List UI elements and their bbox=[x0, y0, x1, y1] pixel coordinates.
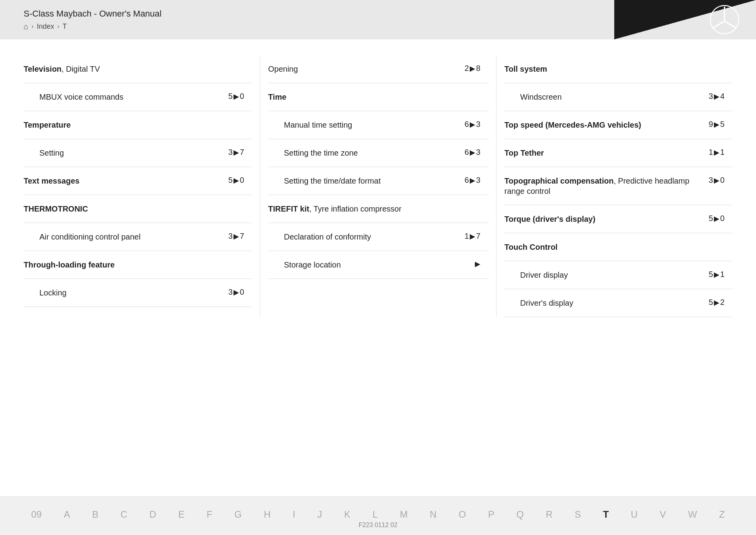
entry-locking[interactable]: Locking 3▶0 bbox=[24, 279, 252, 307]
entry-thermotronic: THERMOTRONIC bbox=[24, 195, 252, 223]
alpha-C[interactable]: C bbox=[109, 509, 138, 520]
entry-temperature: Temperature bbox=[24, 111, 252, 139]
entry-driver-display-page: 5▶1 bbox=[709, 270, 724, 279]
entry-air-conditioning-label: Air conditioning control panel bbox=[39, 232, 228, 242]
entry-top-speed-label: Top speed (Mercedes-AMG vehicles) bbox=[504, 120, 709, 130]
entry-windscreen-label: Windscreen bbox=[520, 92, 709, 102]
entry-windscreen[interactable]: Windscreen 3▶4 bbox=[504, 83, 732, 111]
alpha-P[interactable]: P bbox=[477, 509, 505, 520]
header: S-Class Maybach - Owner's Manual ⌂ › Ind… bbox=[0, 0, 756, 39]
alpha-I[interactable]: I bbox=[282, 509, 306, 520]
entry-time-date-format-page: 6▶3 bbox=[465, 176, 480, 185]
main-content: Television, Digital TV MBUX voice comman… bbox=[0, 39, 756, 496]
entry-driver-display[interactable]: Driver display 5▶1 bbox=[504, 261, 732, 289]
entry-manual-time[interactable]: Manual time setting 6▶3 bbox=[268, 111, 488, 139]
entry-through-loading: Through-loading feature bbox=[24, 251, 252, 279]
entry-temperature-label: Temperature bbox=[24, 120, 244, 130]
entry-through-loading-label: Through-loading feature bbox=[24, 260, 244, 270]
alpha-Q[interactable]: Q bbox=[505, 509, 535, 520]
alpha-U[interactable]: U bbox=[620, 509, 649, 520]
entry-toll-system: Toll system bbox=[504, 55, 732, 83]
entry-mbux-label: MBUX voice commands bbox=[39, 92, 228, 102]
entry-setting-label: Setting bbox=[39, 148, 228, 158]
alpha-K[interactable]: K bbox=[333, 509, 361, 520]
entry-torque-page: 5▶0 bbox=[709, 214, 724, 223]
entry-time: Time bbox=[268, 83, 488, 111]
entry-television-label: Television, Digital TV bbox=[24, 64, 244, 74]
entry-storage[interactable]: Storage location ▶ bbox=[268, 251, 488, 279]
entry-storage-label: Storage location bbox=[284, 260, 475, 270]
entry-time-date-format-label: Setting the time/date format bbox=[284, 176, 465, 186]
alpha-T[interactable]: T bbox=[592, 509, 620, 520]
breadcrumb-index[interactable]: Index bbox=[37, 22, 54, 31]
alpha-E[interactable]: E bbox=[167, 509, 196, 520]
entry-topographical-page: 3▶0 bbox=[709, 176, 724, 185]
entry-text-messages-page: 5▶0 bbox=[228, 176, 244, 185]
entry-top-tether-label: Top Tether bbox=[504, 148, 709, 158]
entry-opening[interactable]: Opening 2▶8 bbox=[268, 55, 488, 83]
breadcrumb-sep1: › bbox=[32, 23, 33, 30]
alpha-M[interactable]: M bbox=[389, 509, 419, 520]
alpha-V[interactable]: V bbox=[649, 509, 677, 520]
entry-air-conditioning-page: 3▶7 bbox=[228, 232, 244, 241]
column-3: Toll system Windscreen 3▶4 Top speed (Me… bbox=[496, 55, 732, 317]
footer-code: F223 0112 02 bbox=[359, 522, 398, 529]
alpha-D[interactable]: D bbox=[138, 509, 167, 520]
entry-tirefit: TIREFIT kit, Tyre inflation compressor bbox=[268, 195, 488, 223]
alpha-J[interactable]: J bbox=[306, 509, 333, 520]
entry-top-tether[interactable]: Top Tether 1▶1 bbox=[504, 139, 732, 167]
entry-time-date-format[interactable]: Setting the time/date format 6▶3 bbox=[268, 167, 488, 195]
breadcrumb-sep2: › bbox=[57, 23, 59, 30]
entry-drivers-display-label: Driver's display bbox=[520, 298, 709, 308]
entry-declaration[interactable]: Declaration of conformity 1▶7 bbox=[268, 223, 488, 251]
entry-drivers-display-page: 5▶2 bbox=[709, 298, 724, 307]
entry-touch-control-label: Touch Control bbox=[504, 242, 724, 252]
alpha-W[interactable]: W bbox=[677, 509, 708, 520]
alpha-Z[interactable]: Z bbox=[708, 509, 736, 520]
alpha-R[interactable]: R bbox=[535, 509, 563, 520]
entry-setting[interactable]: Setting 3▶7 bbox=[24, 139, 252, 167]
breadcrumb-current: T bbox=[63, 22, 67, 31]
alpha-F[interactable]: F bbox=[196, 509, 224, 520]
entry-tirefit-label: TIREFIT kit, Tyre inflation compressor bbox=[268, 204, 480, 214]
entry-mbux[interactable]: MBUX voice commands 5▶0 bbox=[24, 83, 252, 111]
manual-title: S-Class Maybach - Owner's Manual bbox=[24, 9, 161, 19]
entry-time-label: Time bbox=[268, 92, 480, 102]
entry-declaration-page: 1▶7 bbox=[465, 232, 480, 241]
entry-text-messages[interactable]: Text messages 5▶0 bbox=[24, 167, 252, 195]
entry-topographical-label: Topographical compensation, Predictive h… bbox=[504, 176, 709, 196]
entry-text-messages-label: Text messages bbox=[24, 176, 228, 186]
entry-air-conditioning[interactable]: Air conditioning control panel 3▶7 bbox=[24, 223, 252, 251]
entry-top-tether-page: 1▶1 bbox=[709, 148, 724, 157]
alpha-B[interactable]: B bbox=[81, 509, 109, 520]
entry-time-zone-page: 6▶3 bbox=[465, 148, 480, 157]
alpha-S[interactable]: S bbox=[563, 509, 592, 520]
entry-top-speed-page: 9▶5 bbox=[709, 120, 724, 129]
entry-touch-control: Touch Control bbox=[504, 233, 732, 261]
alpha-09[interactable]: 09 bbox=[20, 509, 53, 520]
logo-area bbox=[614, 0, 756, 39]
alpha-L[interactable]: L bbox=[361, 509, 389, 520]
alpha-N[interactable]: N bbox=[419, 509, 447, 520]
entry-toll-system-label: Toll system bbox=[504, 64, 724, 74]
alpha-A[interactable]: A bbox=[53, 509, 81, 520]
entry-top-speed[interactable]: Top speed (Mercedes-AMG vehicles) 9▶5 bbox=[504, 111, 732, 139]
entry-drivers-display[interactable]: Driver's display 5▶2 bbox=[504, 289, 732, 317]
header-title-area: S-Class Maybach - Owner's Manual ⌂ › Ind… bbox=[24, 9, 161, 31]
entry-setting-page: 3▶7 bbox=[228, 148, 244, 157]
breadcrumb: ⌂ › Index › T bbox=[24, 22, 161, 31]
home-icon[interactable]: ⌂ bbox=[24, 22, 28, 31]
entry-time-zone[interactable]: Setting the time zone 6▶3 bbox=[268, 139, 488, 167]
entry-mbux-page: 5▶0 bbox=[228, 92, 244, 101]
entry-locking-label: Locking bbox=[39, 288, 228, 298]
alpha-H[interactable]: H bbox=[253, 509, 282, 520]
entry-windscreen-page: 3▶4 bbox=[709, 92, 724, 101]
entry-driver-display-label: Driver display bbox=[520, 270, 709, 280]
entry-declaration-label: Declaration of conformity bbox=[284, 232, 465, 242]
alpha-G[interactable]: G bbox=[223, 509, 253, 520]
entry-topographical[interactable]: Topographical compensation, Predictive h… bbox=[504, 167, 732, 205]
column-2: Opening 2▶8 Time Manual time setting 6▶3… bbox=[260, 55, 496, 317]
alpha-O[interactable]: O bbox=[448, 509, 477, 520]
entry-torque[interactable]: Torque (driver's display) 5▶0 bbox=[504, 205, 732, 233]
entry-television: Television, Digital TV bbox=[24, 55, 252, 83]
